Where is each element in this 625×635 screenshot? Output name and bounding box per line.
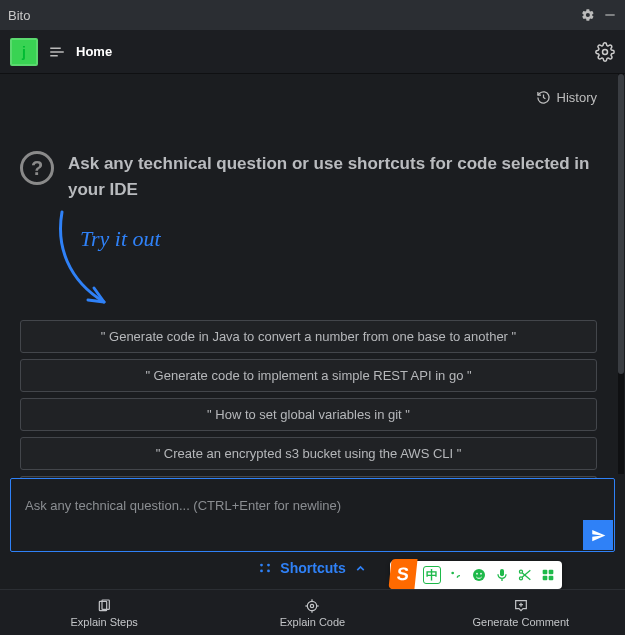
history-button[interactable]: History [20,90,597,105]
menu-icon[interactable] [48,43,66,61]
tab-generate-comment[interactable]: Generate Comment [417,590,625,635]
ime-toolbar[interactable]: S 中 [390,561,562,589]
svg-rect-2 [50,51,64,53]
chat-input[interactable] [11,479,614,519]
svg-point-10 [473,569,485,581]
ime-mic-icon[interactable] [494,567,510,583]
svg-point-12 [480,573,482,575]
svg-point-7 [260,570,263,573]
window-title: Bito [8,8,30,23]
suggestion-item[interactable]: " Generate code to implement a simple RE… [20,359,597,392]
svg-point-25 [311,604,314,607]
target-icon [304,598,320,614]
svg-rect-21 [549,576,554,581]
svg-point-15 [519,577,522,580]
svg-point-6 [267,564,270,567]
ime-punct-icon[interactable] [448,567,464,583]
svg-rect-3 [50,55,58,57]
question-icon: ? [20,151,54,185]
svg-point-14 [519,570,522,573]
hero-prompt: Ask any technical question or use shortc… [68,151,597,202]
scrollbar-thumb[interactable] [618,74,624,374]
hero-section: ? Ask any technical question or use shor… [20,151,597,202]
ime-scissors-icon[interactable] [517,567,533,583]
layers-icon [96,598,112,614]
ime-lang-icon[interactable]: 中 [423,566,441,584]
titlebar-settings-icon[interactable] [581,8,595,22]
avatar[interactable]: j [10,38,38,66]
home-label[interactable]: Home [76,44,112,59]
tab-explain-code[interactable]: Explain Code [208,590,416,635]
suggestion-list: " Generate code in Java to convert a num… [20,320,597,494]
ime-grid-icon[interactable] [540,567,556,583]
titlebar-minimize-icon[interactable] [603,8,617,22]
bottom-tab-bar: Explain Steps Explain Code Generate Comm… [0,589,625,635]
svg-rect-19 [549,570,554,575]
try-it-text: Try it out [80,226,161,252]
send-icon [591,528,606,543]
arrow-icon [50,206,122,316]
svg-point-9 [451,572,454,575]
suggestion-item[interactable]: " How to set global variables in git " [20,398,597,431]
svg-rect-20 [543,576,548,581]
chevron-up-icon [354,562,367,575]
svg-point-5 [260,564,263,567]
suggestion-item[interactable]: " Create an encrypted s3 bucket using th… [20,437,597,470]
svg-point-11 [476,573,478,575]
tab-label: Generate Comment [473,616,570,628]
gear-icon[interactable] [595,42,615,62]
svg-rect-0 [605,14,614,15]
svg-point-8 [267,570,270,573]
title-bar: Bito [0,0,625,30]
suggestion-item[interactable]: " Generate code in Java to convert a num… [20,320,597,353]
scrollbar[interactable] [618,74,624,474]
svg-point-4 [603,49,608,54]
ime-logo-icon[interactable]: S [388,559,417,589]
history-label: History [557,90,597,105]
chat-input-area [10,478,615,552]
svg-rect-1 [50,47,61,49]
send-button[interactable] [583,520,613,550]
tab-explain-steps[interactable]: Explain Steps [0,590,208,635]
svg-rect-18 [543,570,548,575]
top-bar: j Home [0,30,625,74]
shortcuts-label: Shortcuts [280,560,345,576]
tab-label: Explain Code [280,616,345,628]
ime-emoji-icon[interactable] [471,567,487,583]
comment-icon [513,598,529,614]
svg-point-24 [308,601,317,610]
shortcuts-dots-icon [258,561,272,575]
avatar-initial: j [22,44,26,60]
tab-label: Explain Steps [71,616,138,628]
try-it-callout: Try it out [20,206,597,316]
svg-rect-13 [500,569,504,576]
